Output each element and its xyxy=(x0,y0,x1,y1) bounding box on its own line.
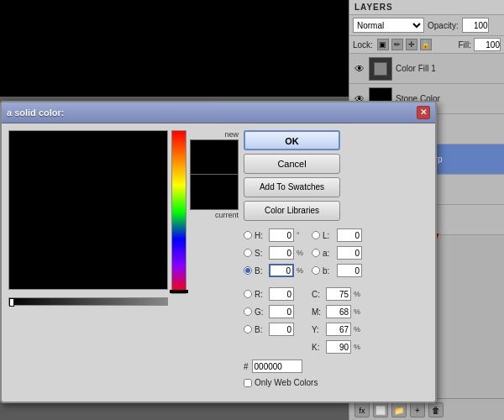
b-label: B: xyxy=(255,266,266,276)
r-radio[interactable] xyxy=(244,290,252,298)
hex-row: # xyxy=(244,360,428,373)
layer-visibility-icon[interactable]: 👁 xyxy=(353,62,366,76)
dialog-titlebar: a solid color: ✕ xyxy=(2,102,435,123)
lock-all-icon[interactable]: 🔒 xyxy=(420,39,432,50)
b3-input-row: b: xyxy=(312,263,362,278)
canvas-black xyxy=(0,0,349,97)
hue-slider[interactable] xyxy=(171,130,186,294)
r-label: R: xyxy=(255,290,266,299)
s-radio[interactable] xyxy=(244,249,252,257)
ok-button[interactable]: OK xyxy=(244,130,340,150)
g-input-row: G: xyxy=(244,304,305,319)
dialog-close-button[interactable]: ✕ xyxy=(417,106,430,119)
m-label: M: xyxy=(312,307,323,317)
m-input[interactable] xyxy=(326,305,351,318)
c-input[interactable] xyxy=(326,287,351,301)
m-input-row: M: % xyxy=(312,304,362,319)
k-unit: % xyxy=(354,343,360,351)
left-input-col: H: ° S: % B: xyxy=(244,228,305,354)
a-input-row: a: xyxy=(312,245,362,260)
fill-input[interactable] xyxy=(474,38,501,51)
h-radio[interactable] xyxy=(244,231,252,239)
web-colors-row: Only Web Colors xyxy=(244,378,428,387)
layers-header: LAYERS xyxy=(349,0,504,15)
b2-label: B: xyxy=(255,325,266,334)
dialog-body: new current OK Cancel Add To Swatches Co… xyxy=(2,123,435,401)
l-input[interactable] xyxy=(337,228,362,242)
color-libraries-button[interactable]: Color Libraries xyxy=(244,201,340,221)
y-input[interactable] xyxy=(326,323,351,336)
h-input-row: H: ° xyxy=(244,228,305,243)
c-label: C: xyxy=(312,290,323,299)
lock-move-icon[interactable]: ✛ xyxy=(406,39,417,50)
new-layer-icon[interactable]: + xyxy=(410,402,425,417)
cancel-button[interactable]: Cancel xyxy=(244,154,340,174)
s-input[interactable] xyxy=(269,246,294,260)
layer-row[interactable]: 👁 Color Fill 1 xyxy=(349,54,504,84)
web-colors-checkbox[interactable] xyxy=(244,379,252,387)
fx-icon[interactable]: fx xyxy=(354,402,370,417)
b2-input-row: B: xyxy=(244,322,305,337)
k-input-row: K: % xyxy=(312,339,362,354)
delete-icon[interactable]: 🗑 xyxy=(428,402,444,417)
mask-icon[interactable]: ⬜ xyxy=(373,402,388,417)
lock-transparency-icon[interactable]: ▣ xyxy=(377,39,389,50)
blend-mode-select[interactable]: Normal Multiply Screen xyxy=(353,18,424,33)
s-label: S: xyxy=(255,249,266,258)
b-radio[interactable] xyxy=(244,266,252,275)
hex-input[interactable] xyxy=(252,360,302,373)
c-input-row: C: % xyxy=(312,286,362,302)
g-radio[interactable] xyxy=(244,307,252,316)
web-colors-label: Only Web Colors xyxy=(255,378,318,387)
new-color-swatch xyxy=(190,139,239,175)
g-input[interactable] xyxy=(269,305,294,318)
current-color-swatch xyxy=(190,175,239,210)
h-input[interactable] xyxy=(269,228,294,242)
a-input[interactable] xyxy=(337,246,362,260)
layers-title: LAYERS xyxy=(354,3,393,12)
hex-label: # xyxy=(244,362,249,371)
b3-input[interactable] xyxy=(337,264,362,277)
b3-radio[interactable] xyxy=(312,266,320,275)
color-picker-dialog: a solid color: ✕ new current xyxy=(0,101,437,403)
lock-paint-icon[interactable]: ✏ xyxy=(391,39,403,50)
opacity-input[interactable] xyxy=(462,18,489,33)
brightness-thumb xyxy=(9,298,14,307)
l-radio[interactable] xyxy=(312,231,320,239)
layers-blend-row: Normal Multiply Screen Opacity: xyxy=(349,15,504,36)
layer-name: Color Fill 1 xyxy=(396,64,501,73)
g-label: G: xyxy=(255,307,266,317)
color-spectrum[interactable] xyxy=(8,130,168,290)
b2-radio[interactable] xyxy=(244,325,252,333)
right-panel: OK Cancel Add To Swatches Color Librarie… xyxy=(244,130,428,394)
r-input[interactable] xyxy=(269,287,294,301)
b-unit: % xyxy=(297,266,305,275)
h-label: H: xyxy=(255,231,266,240)
b-input[interactable] xyxy=(269,264,294,277)
y-unit: % xyxy=(354,325,360,333)
dialog-title: a solid color: xyxy=(7,108,64,118)
b3-label: b: xyxy=(323,266,334,276)
r-input-row: R: xyxy=(244,286,305,302)
k-input[interactable] xyxy=(326,340,351,354)
color-inputs: H: ° S: % B: xyxy=(244,228,428,354)
b-input-row: B: % xyxy=(244,263,305,278)
current-label: current xyxy=(215,211,239,219)
layers-lock-row: Lock: ▣ ✏ ✛ 🔒 Fill: xyxy=(349,36,504,54)
b2-input[interactable] xyxy=(269,323,294,336)
opacity-label: Opacity: xyxy=(428,21,459,30)
m-unit: % xyxy=(354,307,360,316)
add-to-swatches-button[interactable]: Add To Swatches xyxy=(244,177,340,197)
brightness-slider[interactable] xyxy=(8,297,168,306)
folder-icon[interactable]: 📁 xyxy=(391,402,407,417)
s-input-row: S: % xyxy=(244,245,305,260)
l-label: L: xyxy=(323,231,334,240)
c-unit: % xyxy=(354,290,360,298)
hue-slider-container xyxy=(171,130,186,294)
new-label: new xyxy=(224,130,239,139)
lock-label: Lock: xyxy=(353,40,373,50)
l-input-row: L: xyxy=(312,228,362,243)
fill-label: Fill: xyxy=(458,40,471,50)
y-input-row: Y: % xyxy=(312,322,362,337)
a-radio[interactable] xyxy=(312,249,320,257)
